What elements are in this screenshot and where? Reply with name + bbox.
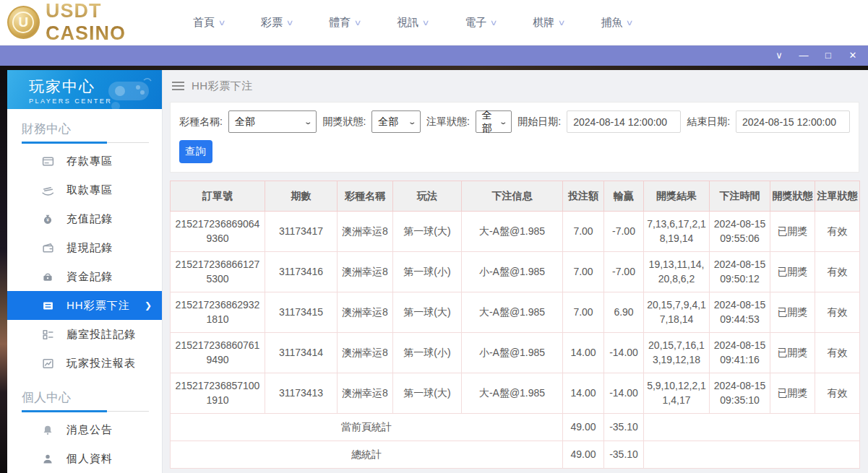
sidebar-item-withdrawal-wallet[interactable]: 提現記錄 (7, 233, 162, 262)
sidebar-item-report-chart[interactable]: 玩家投注報表 (7, 349, 162, 378)
table-cell: 2152172368629321810 (171, 292, 265, 333)
nav-item-1[interactable]: 首頁∨ (193, 16, 225, 30)
lottery-name-value: 全部 (235, 116, 255, 129)
nav-item-7[interactable]: 捕魚∨ (601, 16, 632, 30)
table-cell: 31173416 (265, 252, 338, 292)
players-center-header: 玩家中心 PLAYERS CENTER (7, 70, 162, 109)
nav-item-6[interactable]: 棋牌∨ (533, 16, 564, 30)
menu-toggle-icon[interactable] (172, 82, 184, 90)
sidebar-item-withdraw-hand[interactable]: 取款專區 (7, 175, 162, 204)
nav-label: 電子 (465, 16, 486, 30)
chevron-down-icon: ⌄ (499, 118, 508, 126)
column-header: 輸贏 (604, 181, 644, 212)
sidebar-item-label: 取款專區 (66, 183, 113, 197)
table-cell: 2024-08-15 09:55:06 (710, 212, 770, 252)
lottery-name-label: 彩種名稱: (179, 116, 223, 129)
end-date-label: 結束日期: (687, 116, 730, 129)
table-cell: 6.90 (604, 292, 644, 333)
table-cell: 澳洲幸运8 (338, 373, 393, 414)
summary-label: 總統計 (171, 441, 563, 469)
table-cell: 2024-08-15 09:41:16 (710, 333, 770, 373)
draw-status-label: 開獎狀態: (322, 116, 366, 129)
table-cell: 小-A盤@1.985 (462, 252, 563, 292)
nav-item-2[interactable]: 彩票∨ (261, 16, 293, 30)
lottery-name-select[interactable]: 全部 ⌄ (228, 110, 317, 133)
sidebar-item-room-records[interactable]: 廳室投註記錄 (7, 320, 162, 349)
summary-label: 當前頁統計 (171, 414, 563, 441)
sidebar-item-deposit-card[interactable]: 存款專區 (7, 147, 162, 175)
bets-table: 訂單號期數彩種名稱玩法下注信息投注額輸贏開獎結果下注時間開獎狀態注單狀態 215… (170, 181, 860, 469)
section-label-1: 財務中心 (7, 109, 162, 142)
table-cell: 31173415 (265, 292, 338, 333)
section-divider (22, 410, 149, 412)
maximize-icon[interactable]: □ (820, 45, 836, 66)
nav-item-5[interactable]: 電子∨ (465, 16, 497, 30)
window-body: 玩家中心 PLAYERS CENTER 財務中心存款專區取款專區¥充值記錄提現記… (0, 70, 868, 473)
summary-bet-total: 49.00 (563, 441, 604, 469)
table-cell: 31173417 (265, 212, 338, 252)
sidebar-item-label: 提現記錄 (66, 241, 113, 255)
draw-status-value: 全部 (378, 116, 398, 129)
sidebar-item-lottery-list[interactable]: HH彩票下注❯ (7, 291, 162, 320)
column-header: 訂單號 (171, 181, 265, 212)
table-row: 215217236860761949031173414澳洲幸运8第一球(小)小-… (171, 333, 860, 373)
chevron-right-icon: ❯ (145, 300, 152, 311)
column-header: 彩種名稱 (338, 181, 393, 212)
table-cell: 2152172368607619490 (171, 333, 265, 373)
table-cell: 14.00 (563, 373, 604, 414)
table-cell: 2152172368661275300 (171, 252, 265, 292)
filter-row: 彩種名稱: 全部 ⌄ 開獎狀態: 全部 ⌄ 注單狀態: 全部 ⌄ 開始日期: 結… (179, 110, 850, 133)
sidebar-sections: 財務中心存款專區取款專區¥充值記錄提現記錄資金記錄HH彩票下注❯廳室投註記錄玩家… (7, 109, 162, 473)
summary-row: 當前頁統計49.00-35.10 (171, 414, 860, 441)
gamepad-icon (98, 76, 155, 109)
table-cell: 2152172368690649360 (171, 212, 265, 252)
chevron-down-icon: ∨ (285, 18, 293, 27)
table-cell: 5,9,10,12,2,11,4,17 (644, 373, 710, 414)
end-date-input[interactable] (736, 110, 850, 133)
table-cell: 20,15,7,16,13,19,12,18 (644, 333, 710, 373)
order-status-value: 全部 (482, 109, 500, 135)
table-cell: 第一球(大) (393, 212, 462, 252)
table-cell: 大-A盤@1.985 (462, 212, 563, 252)
deposit-card-icon (41, 155, 54, 168)
table-row: 215217236866127530031173416澳洲幸运8第一球(小)小-… (171, 252, 860, 292)
minimize-icon[interactable]: — (796, 45, 812, 66)
column-header: 期數 (265, 181, 338, 212)
table-cell: 已開獎 (770, 333, 815, 373)
summary-winloss-total: -35.10 (604, 441, 644, 469)
sidebar-item-person[interactable]: 個人資料 (7, 444, 162, 473)
table-cell: 2152172368571001910 (171, 373, 265, 414)
summary-row: 總統計49.00-35.10 (171, 441, 860, 469)
sidebar-item-recharge-bag[interactable]: ¥充值記錄 (7, 204, 162, 233)
search-button[interactable]: 查詢 (179, 140, 212, 163)
table-cell: 已開獎 (770, 252, 815, 292)
table-cell: 澳洲幸运8 (338, 292, 393, 333)
table-cell: 已開獎 (770, 212, 815, 252)
bell-icon (41, 424, 54, 436)
chevron-down-icon: ∨ (354, 18, 362, 27)
dropdown-icon[interactable]: ∨ (771, 45, 787, 66)
table-cell: 31173413 (265, 373, 338, 414)
order-status-select[interactable]: 全部 ⌄ (476, 110, 512, 133)
start-date-label: 開始日期: (517, 116, 561, 129)
sidebar-item-bell[interactable]: 消息公告 (7, 415, 162, 444)
start-date-input[interactable] (567, 110, 681, 133)
table-cell: -14.00 (604, 373, 644, 414)
table-cell: 有效 (815, 212, 860, 252)
person-icon (41, 453, 54, 465)
table-body: 215217236869064936031173417澳洲幸运8第一球(大)大-… (171, 212, 860, 469)
close-icon[interactable]: ✕ (845, 45, 861, 66)
coin-letter: U (12, 12, 34, 33)
column-header: 下注時間 (710, 181, 770, 212)
table-cell: 第一球(小) (393, 333, 462, 373)
draw-status-select[interactable]: 全部 ⌄ (371, 110, 421, 133)
table-cell: 2024-08-15 09:44:53 (710, 292, 770, 333)
sidebar-item-funds-purse[interactable]: 資金記錄 (7, 262, 162, 291)
main-nav: 首頁∨彩票∨體育∨視訊∨電子∨棋牌∨捕魚∨ (184, 16, 632, 30)
table-cell: 7.00 (563, 252, 604, 292)
nav-item-4[interactable]: 視訊∨ (397, 16, 429, 30)
logo-text: USDT CASINO (46, 0, 184, 45)
nav-item-3[interactable]: 體育∨ (329, 16, 361, 30)
sidebar: 玩家中心 PLAYERS CENTER 財務中心存款專區取款專區¥充值記錄提現記… (7, 70, 163, 473)
site-logo[interactable]: U USDT CASINO (0, 0, 184, 45)
